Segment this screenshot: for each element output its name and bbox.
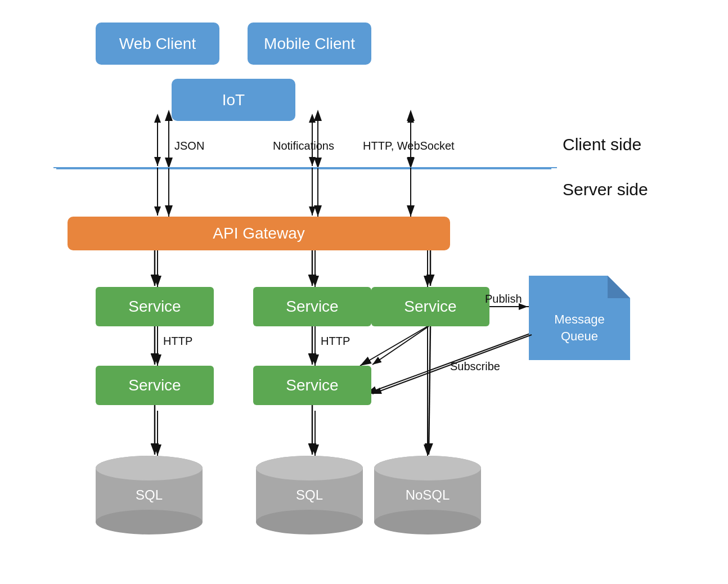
subscribe-label: Subscribe [450, 360, 500, 373]
svg-line-16 [360, 326, 428, 366]
iot-box: IoT [172, 79, 295, 121]
iot-label: IoT [222, 91, 245, 109]
publish-label: Publish [485, 293, 522, 306]
web-client-box: Web Client [96, 23, 219, 65]
web-client-label: Web Client [119, 35, 196, 53]
service2-box: Service [253, 287, 371, 326]
svg-point-30 [96, 456, 203, 480]
svg-marker-24 [608, 276, 630, 298]
sql1-cylinder: SQL [90, 456, 208, 534]
svg-text:SQL: SQL [136, 487, 163, 502]
service4-box: Service [96, 366, 214, 405]
notifications-label: Notifications [273, 140, 334, 152]
nosql-cylinder: NoSQL [369, 456, 487, 534]
mobile-client-label: Mobile Client [264, 35, 355, 53]
client-side-label: Client side [563, 135, 641, 154]
svg-point-29 [96, 510, 203, 534]
svg-point-34 [256, 510, 363, 534]
service5-label: Service [286, 376, 338, 394]
sql2-cylinder: SQL [250, 456, 369, 534]
svg-text:SQL: SQL [296, 487, 323, 502]
message-queue-box: Message Queue [529, 276, 630, 360]
api-gateway-label: API Gateway [213, 224, 304, 242]
service5-box: Service [253, 366, 371, 405]
svg-text:Message: Message [554, 312, 604, 326]
service3-box: Service [371, 287, 489, 326]
api-gateway-box: API Gateway [68, 217, 450, 250]
service2-label: Service [286, 298, 338, 316]
service1-label: Service [128, 298, 181, 316]
svg-text:NoSQL: NoSQL [406, 487, 450, 502]
svg-point-39 [374, 510, 481, 534]
svg-text:Queue: Queue [561, 329, 598, 343]
architecture-diagram: Web Client Mobile Client IoT Client side… [0, 0, 728, 584]
service3-label: Service [404, 298, 456, 316]
http2-label: HTTP [321, 335, 350, 348]
json-label: JSON [174, 140, 204, 152]
http1-label: HTTP [163, 335, 192, 348]
svg-point-35 [256, 456, 363, 480]
svg-point-40 [374, 456, 481, 480]
http-websocket-label: HTTP, WebSocket [363, 140, 455, 152]
service1-box: Service [96, 287, 214, 326]
mobile-client-box: Mobile Client [248, 23, 371, 65]
service4-label: Service [128, 376, 181, 394]
server-side-label: Server side [563, 180, 648, 199]
